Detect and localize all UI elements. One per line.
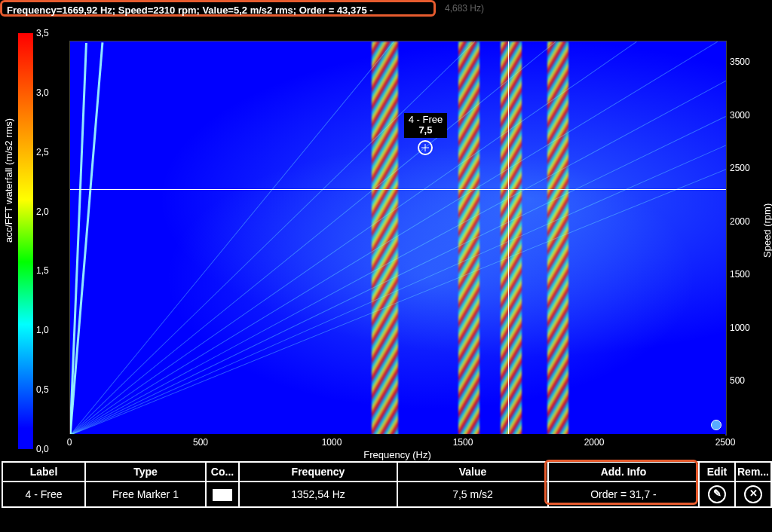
th-value[interactable]: Value xyxy=(397,462,548,482)
marker-text-line2: 7,5 xyxy=(409,125,443,136)
colorbar xyxy=(18,33,33,449)
resonance-band xyxy=(501,41,522,435)
cell-value: 7,5 m/s2 xyxy=(397,482,548,507)
colorbar-tick: 0,0 xyxy=(36,444,49,454)
order-line xyxy=(70,116,726,436)
cell-type: Free Marker 1 xyxy=(85,482,206,507)
th-add-info[interactable]: Add. Info xyxy=(548,462,699,482)
table-row[interactable]: 4 - Free Free Marker 1 1352,54 Hz 7,5 m/… xyxy=(2,482,771,507)
crosshair-horizontal xyxy=(70,189,726,190)
th-remove[interactable]: Rem... xyxy=(735,462,771,482)
plot-area[interactable]: 4 - Free 7,5 xyxy=(69,41,727,436)
x-tick: 500 xyxy=(193,437,208,448)
right-tick: 2000 xyxy=(730,216,750,227)
cell-remove[interactable]: ✕ xyxy=(735,482,771,507)
x-tick: 1500 xyxy=(453,437,473,448)
order-line xyxy=(70,41,394,436)
marker-table-zone: Label Type Co... Frequency Value Add. In… xyxy=(2,461,770,506)
x-tick: 0 xyxy=(67,437,72,448)
colorbar-tick: 1,0 xyxy=(36,325,49,335)
colorbar-tick: 2,0 xyxy=(36,206,49,217)
th-color[interactable]: Co... xyxy=(206,462,239,482)
marker-ring-icon[interactable] xyxy=(418,140,433,155)
x-tick: 2500 xyxy=(715,437,736,448)
cell-frequency: 1352,54 Hz xyxy=(239,482,397,507)
resonance-band xyxy=(458,41,479,435)
right-tick: 3000 xyxy=(730,110,750,121)
x-tick: 2000 xyxy=(584,437,605,448)
colorbar-label: acc/FFT waterfall (m/s2 rms) xyxy=(3,118,14,243)
color-swatch[interactable] xyxy=(213,489,232,501)
right-tick: 2500 xyxy=(730,163,750,173)
cursor-readout-highlight: Frequency=1669,92 Hz; Speed=2310 rpm; Va… xyxy=(0,0,436,17)
colorbar-tick: 2,5 xyxy=(36,147,49,157)
th-edit[interactable]: Edit xyxy=(699,462,735,482)
right-tick: 500 xyxy=(730,375,745,386)
colorbar-tick: 1,5 xyxy=(36,265,49,276)
th-frequency[interactable]: Frequency xyxy=(239,462,397,482)
close-icon[interactable]: ✕ xyxy=(744,485,762,503)
order-line xyxy=(70,81,726,436)
colorbar-tick: 3,0 xyxy=(36,87,49,98)
order-line xyxy=(70,169,726,436)
colorbar-tick: 3,5 xyxy=(36,28,49,38)
waterfall-chart[interactable]: acc/FFT waterfall (m/s2 rms) 0,00,51,01,… xyxy=(0,17,772,460)
cell-label: 4 - Free xyxy=(2,482,85,507)
edit-icon[interactable]: ✎ xyxy=(708,485,726,503)
cell-color[interactable] xyxy=(206,482,239,507)
cell-add-info: Order = 31,7 - xyxy=(548,482,699,507)
order-line xyxy=(69,42,103,436)
cell-edit[interactable]: ✎ xyxy=(699,482,735,507)
table-header-row: Label Type Co... Frequency Value Add. In… xyxy=(2,462,771,482)
status-bar: Frequency=1669,92 Hz; Speed=2310 rpm; Va… xyxy=(0,0,772,17)
right-axis-label: Speed (rpm) xyxy=(761,203,772,258)
cursor-readout: Frequency=1669,92 Hz; Speed=2310 rpm; Va… xyxy=(7,5,373,16)
th-type[interactable]: Type xyxy=(85,462,206,482)
x-axis: 05001000150020002500 Frequency (Hz) xyxy=(69,434,725,460)
order-line xyxy=(70,41,475,436)
colorbar-tick: 0,5 xyxy=(36,384,49,395)
range-slider-knob[interactable] xyxy=(711,420,721,430)
marker-table: Label Type Co... Frequency Value Add. In… xyxy=(2,461,772,508)
right-tick: 1500 xyxy=(730,269,750,280)
header-extra-text: 4,683 Hz) xyxy=(445,0,484,17)
crosshair-vertical xyxy=(508,41,509,435)
x-tick: 1000 xyxy=(322,437,342,448)
order-line xyxy=(70,41,556,436)
marker-label[interactable]: 4 - Free 7,5 xyxy=(404,113,448,138)
right-tick: 1000 xyxy=(730,323,750,333)
right-tick: 3500 xyxy=(730,57,750,67)
th-label[interactable]: Label xyxy=(2,462,85,482)
marker-text-line1: 4 - Free xyxy=(409,115,443,125)
x-axis-label: Frequency (Hz) xyxy=(363,449,431,460)
